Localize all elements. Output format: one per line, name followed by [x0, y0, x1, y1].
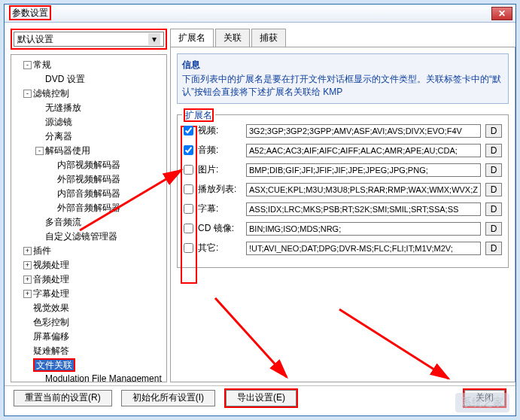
- tree-item[interactable]: 色彩控制: [13, 315, 165, 330]
- extension-field[interactable]: ASX;CUE;KPL;M3U;M3U8;PLS;RAR;RMP;WAX;WMX…: [246, 183, 481, 196]
- extension-field[interactable]: !UT;AVI_NEO;DAT;DPG;DVR-MS;FLC;FLI;IT;M1…: [246, 242, 481, 255]
- tree-toggle-icon[interactable]: -: [23, 61, 32, 69]
- extension-row: CD 镜像:BIN;IMG;ISO;MDS;NRG;D: [184, 222, 502, 236]
- tree-item-label: 色彩控制: [33, 317, 69, 327]
- tree-item[interactable]: 视觉效果: [13, 301, 165, 315]
- extension-field[interactable]: 3G2;3GP;3GP2;3GPP;AMV;ASF;AVI;AVS;DIVX;E…: [246, 124, 481, 138]
- extension-label: 视频:: [198, 124, 242, 137]
- tree-item[interactable]: -解码器使用: [13, 144, 165, 158]
- tree-toggle-icon[interactable]: +: [23, 290, 32, 298]
- extension-d-button[interactable]: D: [485, 183, 502, 196]
- titlebar[interactable]: 参数设置 ✕: [5, 5, 515, 23]
- right-panel: 扩展名 关联 捕获 信息 下面列表中的扩展名是要在打开文件对话框显示的文件类型。…: [170, 29, 515, 382]
- tree-item[interactable]: 分离器: [13, 129, 165, 144]
- extension-d-button[interactable]: D: [485, 242, 502, 255]
- extension-checkbox[interactable]: [184, 243, 193, 253]
- extension-row: 播放列表:ASX;CUE;KPL;M3U;M3U8;PLS;RAR;RMP;WA…: [184, 183, 502, 196]
- tree-item[interactable]: 内部音频解码器: [13, 187, 165, 201]
- tree-item[interactable]: 自定义滤镜管理器: [13, 230, 165, 244]
- extension-label: 字幕:: [198, 202, 242, 215]
- tree-toggle-icon[interactable]: -: [23, 90, 32, 98]
- extension-field[interactable]: BIN;IMG;ISO;MDS;NRG;: [246, 222, 481, 236]
- extension-checkbox[interactable]: [184, 165, 193, 175]
- tab-extensions[interactable]: 扩展名: [170, 29, 214, 47]
- tree-toggle-icon[interactable]: +: [23, 275, 32, 284]
- tree-toggle-icon[interactable]: +: [23, 247, 32, 255]
- extension-d-button[interactable]: D: [485, 222, 502, 236]
- dropdown-value: 默认设置: [17, 33, 53, 46]
- extension-checkbox[interactable]: [184, 204, 193, 214]
- tree-item[interactable]: 疑难解答: [13, 344, 165, 358]
- tree-item[interactable]: +插件: [13, 244, 165, 258]
- extension-d-button[interactable]: D: [485, 124, 502, 138]
- tree-item[interactable]: +音频处理: [13, 272, 165, 287]
- tree-item-label: 多音频流: [45, 217, 81, 227]
- extension-checkbox[interactable]: [184, 224, 193, 233]
- tree-item-label: 屏幕偏移: [33, 331, 69, 342]
- tree-item[interactable]: 内部视频解码器: [13, 158, 165, 172]
- extension-d-button[interactable]: D: [485, 202, 502, 216]
- tree-item-label: 外部音频解码器: [57, 202, 120, 213]
- tree-item-label: 字幕处理: [33, 288, 69, 299]
- window-title: 参数设置: [8, 7, 491, 20]
- tree-item-label: 疑难解答: [33, 345, 69, 356]
- info-title: 信息: [182, 59, 503, 72]
- extension-row: 字幕:ASS;IDX;LRC;MKS;PSB;RT;S2K;SMI;SMIL;S…: [184, 202, 502, 216]
- tree-toggle-icon[interactable]: -: [35, 147, 44, 155]
- tree-item-label: 插件: [33, 245, 51, 256]
- tree-toggle-icon[interactable]: +: [23, 261, 32, 269]
- extensions-legend: 扩展名: [182, 109, 215, 122]
- tree-item[interactable]: +视频处理: [13, 258, 165, 272]
- tree-item[interactable]: Modulation File Management: [13, 373, 165, 382]
- tree-item-label: 视觉效果: [33, 303, 69, 313]
- tree-item[interactable]: 外部音频解码器: [13, 201, 165, 215]
- tree-item[interactable]: 屏幕偏移: [13, 330, 165, 344]
- extension-d-button[interactable]: D: [485, 144, 502, 157]
- settings-tree[interactable]: -常规DVD 设置-滤镜控制无缝播放源滤镜分离器-解码器使用内部视频解码器外部视…: [11, 54, 167, 382]
- tree-item[interactable]: 源滤镜: [13, 115, 165, 129]
- info-text: 下面列表中的扩展名是要在打开文件对话框显示的文件类型。关联标签卡中的“默认”按钮…: [182, 73, 503, 99]
- tree-item-label: 内部音频解码器: [57, 188, 120, 199]
- tree-item[interactable]: DVD 设置: [13, 72, 165, 87]
- export-button[interactable]: 导出设置(E): [226, 390, 296, 406]
- tree-item-label: 无缝播放: [45, 102, 81, 113]
- extension-row: 音频:A52;AAC;AC3;AIF;AIFC;AIFF;ALAC;AMR;AP…: [184, 144, 502, 157]
- init-button[interactable]: 初始化所有设置(I): [121, 390, 215, 406]
- extension-label: CD 镜像:: [198, 222, 242, 235]
- tree-item-label: 分离器: [45, 131, 72, 142]
- info-box: 信息 下面列表中的扩展名是要在打开文件对话框显示的文件类型。关联标签卡中的“默认…: [177, 53, 509, 104]
- extension-field[interactable]: BMP;DIB;GIF;JFI;JFIF;JIF;JPE;JPEG;JPG;PN…: [246, 163, 481, 177]
- extension-label: 播放列表:: [198, 183, 242, 196]
- extension-field[interactable]: ASS;IDX;LRC;MKS;PSB;RT;S2K;SMI;SMIL;SRT;…: [246, 202, 481, 216]
- extension-checkbox[interactable]: [184, 184, 193, 194]
- extension-label: 图片:: [198, 163, 242, 176]
- watermark: 系统之家: [455, 393, 509, 412]
- extension-row: 图片:BMP;DIB;GIF;JFI;JFIF;JIF;JPE;JPEG;JPG…: [184, 163, 502, 177]
- extension-row: 视频:3G2;3GP;3GP2;3GPP;AMV;ASF;AVI;AVS;DIV…: [184, 124, 502, 138]
- tree-item-label: 常规: [33, 59, 51, 70]
- tab-associate[interactable]: 关联: [215, 29, 250, 47]
- extension-checkbox[interactable]: [184, 145, 193, 155]
- extension-checkbox[interactable]: [184, 126, 193, 135]
- reset-button[interactable]: 重置当前的设置(R): [14, 390, 112, 406]
- tree-item[interactable]: 文件关联: [13, 358, 165, 373]
- tree-item[interactable]: +字幕处理: [13, 287, 165, 301]
- tree-item[interactable]: -滤镜控制: [13, 87, 165, 101]
- tree-item-label: 解码器使用: [45, 145, 90, 156]
- tree-item[interactable]: 多音频流: [13, 215, 165, 230]
- tree-item-label: 自定义滤镜管理器: [45, 231, 117, 242]
- tree-item[interactable]: 外部视频解码器: [13, 172, 165, 187]
- extensions-group: 扩展名 视频:3G2;3GP;3GP2;3GPP;AMV;ASF;AVI;AVS…: [177, 114, 509, 268]
- tree-item[interactable]: 无缝播放: [13, 101, 165, 115]
- extension-d-button[interactable]: D: [485, 163, 502, 177]
- preset-dropdown[interactable]: 默认设置 ▾: [14, 32, 164, 47]
- tree-item[interactable]: -常规: [13, 58, 165, 72]
- tree-item-label: Modulation File Management: [45, 373, 162, 382]
- close-icon[interactable]: ✕: [491, 7, 512, 20]
- extension-field[interactable]: A52;AAC;AC3;AIF;AIFC;AIFF;ALAC;AMR;APE;A…: [246, 144, 481, 157]
- tree-item-label: 滤镜控制: [33, 88, 69, 99]
- tree-item-label: DVD 设置: [45, 74, 85, 84]
- bottom-bar: 重置当前的设置(R) 初始化所有设置(I) 导出设置(E) 关闭: [5, 385, 515, 409]
- tab-capture[interactable]: 捕获: [251, 29, 286, 47]
- tree-item-label: 内部视频解码器: [57, 160, 120, 170]
